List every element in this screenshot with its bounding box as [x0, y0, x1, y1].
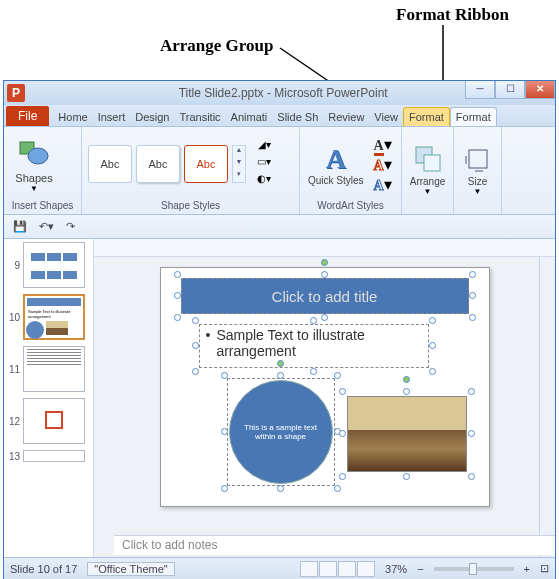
annotation-format-ribbon: Format Ribbon — [396, 5, 509, 25]
wordart-a-icon: A — [326, 143, 346, 175]
text-fill-button[interactable]: A▾ — [374, 135, 392, 154]
slide: Click to add title Sample Text to illust… — [160, 267, 490, 507]
normal-view-button[interactable] — [300, 561, 318, 577]
title-text: Click to add title — [272, 288, 378, 305]
redo-icon[interactable]: ↷ — [63, 219, 78, 234]
group-shape-styles: Shape Styles — [86, 199, 295, 212]
thumb-num-11: 11 — [6, 364, 20, 375]
minimize-button[interactable]: ─ — [465, 81, 495, 99]
zoom-in-button[interactable]: + — [524, 563, 530, 575]
thumb-11[interactable] — [23, 346, 85, 392]
fit-button[interactable]: ⊡ — [540, 562, 549, 575]
tab-view[interactable]: View — [369, 108, 403, 126]
thumb-10[interactable]: Sample Text to illustrate arrangement — [23, 294, 85, 340]
body-line2: arrangement — [216, 343, 295, 359]
quick-styles-button[interactable]: A Quick Styles — [306, 141, 366, 188]
body-line1: Sample Text to illustrate — [216, 327, 364, 343]
shape-style-gallery[interactable]: Abc Abc Abc ▲▼▾ — [88, 145, 246, 183]
titlebar: P Title Slide2.pptx - Microsoft PowerPoi… — [4, 81, 555, 105]
shape-fill-button[interactable]: ◢▾ — [254, 139, 274, 155]
shape-effects-button[interactable]: ◐▾ — [254, 173, 274, 189]
zoom-level: 37% — [385, 563, 407, 575]
gallery-more-button[interactable]: ▲▼▾ — [232, 145, 246, 183]
ribbon-tabs: File Home Insert Design Transitic Animat… — [4, 105, 555, 127]
tab-format-2[interactable]: Format — [450, 107, 497, 126]
thumb-12[interactable] — [23, 398, 85, 444]
zoom-out-button[interactable]: − — [417, 563, 423, 575]
notes-placeholder: Click to add notes — [122, 538, 217, 552]
circle-shape[interactable]: This is a sample text within a shape — [229, 380, 333, 484]
powerpoint-icon: P — [7, 84, 25, 102]
thumb-num-10: 10 — [6, 312, 20, 323]
tab-file[interactable]: File — [6, 106, 49, 126]
mountain-image — [347, 396, 467, 472]
window-title: Title Slide2.pptx - Microsoft PowerPoint — [28, 86, 538, 100]
group-insert-shapes: Insert Shapes — [8, 199, 77, 212]
shapes-button[interactable]: Shapes ▼ — [10, 136, 58, 193]
group-wordart-styles: WordArt Styles — [304, 199, 397, 212]
svg-point-5 — [28, 148, 48, 164]
svg-rect-7 — [424, 155, 440, 171]
tab-animations[interactable]: Animati — [226, 108, 273, 126]
reading-view-button[interactable] — [338, 561, 356, 577]
size-button[interactable]: Size ▼ — [460, 142, 495, 198]
slide-counter: Slide 10 of 17 — [10, 563, 77, 575]
slide-canvas[interactable]: Click to add title Sample Text to illust… — [94, 257, 555, 559]
thumb-num-9: 9 — [6, 260, 20, 271]
notes-pane[interactable]: Click to add notes — [114, 535, 555, 555]
shape-outline-button[interactable]: ▭▾ — [254, 156, 274, 172]
annotation-arrange-group: Arrange Group — [160, 36, 274, 56]
thumb-num-13: 13 — [6, 451, 20, 462]
ribbon-body: Shapes ▼ Insert Shapes Abc Abc Abc ▲▼▾ ◢… — [4, 127, 555, 215]
slide-area: Click to add title Sample Text to illust… — [94, 239, 555, 579]
save-icon[interactable]: 💾 — [10, 219, 30, 234]
arrange-icon — [413, 144, 443, 174]
tab-transitions[interactable]: Transitic — [174, 108, 225, 126]
arrange-label: Arrange — [410, 176, 446, 187]
quick-toolbar: 💾 ↶▾ ↷ — [4, 215, 555, 239]
main-area: 9 10 Sample Text to illustrate arrangeme… — [4, 239, 555, 579]
statusbar: Slide 10 of 17 "Office Theme" 37% − + ⊡ — [4, 557, 555, 579]
title-placeholder[interactable]: Click to add title — [181, 278, 469, 314]
shapes-icon — [16, 138, 52, 170]
tab-slideshow[interactable]: Slide Sh — [272, 108, 323, 126]
sorter-view-button[interactable] — [319, 561, 337, 577]
theme-name: "Office Theme" — [87, 562, 174, 576]
style-item-2[interactable]: Abc — [136, 145, 180, 183]
body-text-box[interactable]: Sample Text to illustratearrangement — [199, 324, 429, 368]
maximize-button[interactable]: ☐ — [495, 81, 525, 99]
thumb-9[interactable] — [23, 242, 85, 288]
quick-styles-label: Quick Styles — [308, 175, 364, 186]
app-window: P Title Slide2.pptx - Microsoft PowerPoi… — [3, 80, 556, 579]
svg-rect-8 — [469, 150, 487, 168]
size-label: Size — [462, 176, 493, 187]
slide-thumbnails: 9 10 Sample Text to illustrate arrangeme… — [4, 239, 94, 579]
shapes-label: Shapes — [10, 172, 58, 184]
text-outline-button[interactable]: A▾ — [374, 155, 392, 174]
thumb-num-12: 12 — [6, 416, 20, 427]
ruler-horizontal — [94, 239, 555, 257]
slideshow-view-button[interactable] — [357, 561, 375, 577]
zoom-slider[interactable] — [434, 567, 514, 571]
arrange-button[interactable]: Arrange ▼ — [408, 142, 448, 198]
text-effects-button[interactable]: A▾ — [374, 175, 392, 194]
thumb-13[interactable] — [23, 450, 85, 462]
size-icon — [463, 144, 493, 174]
undo-icon[interactable]: ↶▾ — [36, 219, 57, 234]
picture-shape[interactable] — [347, 396, 467, 472]
tab-design[interactable]: Design — [130, 108, 174, 126]
close-button[interactable]: ✕ — [525, 81, 555, 99]
style-item-3[interactable]: Abc — [184, 145, 228, 183]
tab-format-1[interactable]: Format — [403, 107, 450, 126]
vertical-scrollbar[interactable] — [539, 257, 555, 579]
tab-home[interactable]: Home — [53, 108, 92, 126]
tab-insert[interactable]: Insert — [93, 108, 131, 126]
tab-review[interactable]: Review — [323, 108, 369, 126]
style-item-1[interactable]: Abc — [88, 145, 132, 183]
